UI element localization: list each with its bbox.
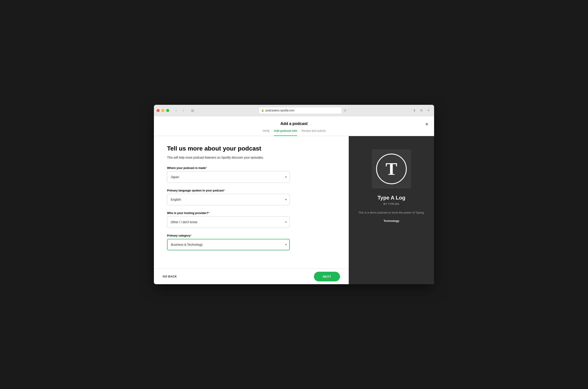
podcast-author: BY TYPLOG (383, 203, 399, 205)
browser-titlebar: ‹ › ▤ 🔒 podcasters.spotify.com ↺ (154, 105, 434, 116)
bottom-bar: GO BACK NEXT (154, 268, 349, 284)
country-required-star: * (206, 166, 207, 169)
podcast-artwork: T (372, 149, 411, 189)
sidebar-icon: ▤ (191, 109, 194, 112)
category-select-wrapper: Business & Technology Arts Comedy Educat… (167, 239, 290, 250)
country-select[interactable]: Japan United States United Kingdom (167, 171, 290, 183)
close-button[interactable]: ✕ (424, 121, 430, 127)
reload-icon: ↺ (344, 109, 346, 112)
country-select-wrapper: Japan United States United Kingdom ▾ (167, 171, 290, 183)
language-label: Primary language spoken in your podcast* (167, 189, 336, 192)
hosting-label: Who is your hosting provider?* (167, 211, 336, 215)
page-title: Add a podcast (158, 121, 430, 126)
duplicate-icon: ⧉ (420, 108, 422, 112)
close-icon: ✕ (425, 122, 428, 127)
podcast-name: Type A Log (378, 195, 405, 201)
hosting-required-star: * (208, 211, 209, 215)
breadcrumb-chevron-2: › (299, 130, 300, 132)
page-header: Add a podcast Verify › Add podcast info … (154, 116, 434, 136)
podcast-category: Technology (383, 219, 399, 223)
forward-icon: › (183, 108, 184, 112)
category-field-group: Primary category* Business & Technology … (167, 234, 336, 250)
back-icon: ‹ (175, 108, 177, 112)
back-button[interactable]: ‹ (173, 107, 179, 114)
language-required-star: * (224, 189, 225, 192)
fullscreen-traffic-light[interactable] (166, 109, 169, 112)
language-field-group: Primary language spoken in your podcast*… (167, 189, 336, 205)
hosting-select[interactable]: Other / I don't know Anchor Buzzsprout (167, 216, 290, 228)
breadcrumb-step2: Add podcast info (274, 129, 297, 136)
hosting-field-group: Who is your hosting provider?* Other / I… (167, 211, 336, 228)
podcast-description: This is a demo podcast to show the power… (358, 210, 425, 215)
category-required-star: * (190, 234, 191, 237)
address-bar[interactable]: 🔒 podcasters.spotify.com (259, 107, 342, 114)
next-button[interactable]: NEXT (314, 272, 340, 281)
traffic-lights (157, 109, 169, 112)
language-select-wrapper: English Japanese Spanish ▾ (167, 194, 290, 205)
duplicate-button[interactable]: ⧉ (418, 107, 424, 114)
breadcrumb-chevron-1: › (272, 130, 272, 132)
plus-icon: + (427, 108, 430, 113)
language-select[interactable]: English Japanese Spanish (167, 194, 290, 205)
reload-button[interactable]: ↺ (342, 107, 348, 114)
sidebar-button[interactable]: ▤ (189, 107, 196, 114)
toolbar-right: ⬆ ⧉ + (411, 107, 431, 114)
page-content: Add a podcast Verify › Add podcast info … (154, 116, 434, 284)
form-subheading: This will help more podcast listeners on… (167, 156, 336, 159)
main-layout: Tell us more about your podcast This wil… (154, 136, 434, 284)
share-button[interactable]: ⬆ (411, 107, 417, 114)
close-traffic-light[interactable] (157, 109, 160, 112)
forward-button[interactable]: › (180, 107, 186, 114)
url-text: podcasters.spotify.com (266, 109, 294, 112)
podcast-logo-circle: T (376, 154, 407, 184)
country-field-group: Where your podcast is made* Japan United… (167, 166, 336, 183)
nav-buttons: ‹ › (173, 107, 186, 114)
minimize-traffic-light[interactable] (161, 109, 164, 112)
preview-panel: T Type A Log BY TYPLOG This is a demo po… (349, 136, 434, 284)
category-select[interactable]: Business & Technology Arts Comedy Educat… (167, 239, 290, 250)
podcast-logo-letter: T (385, 160, 397, 178)
breadcrumb-step1: Verify (262, 129, 270, 132)
breadcrumb-step3: Review and submit (301, 129, 326, 132)
form-heading: Tell us more about your podcast (167, 145, 336, 152)
breadcrumb: Verify › Add podcast info › Review and s… (158, 129, 430, 136)
address-bar-wrap: 🔒 podcasters.spotify.com ↺ (198, 107, 409, 114)
go-back-button[interactable]: GO BACK (163, 275, 177, 278)
share-icon: ⬆ (413, 109, 416, 112)
form-panel: Tell us more about your podcast This wil… (154, 136, 349, 284)
country-label: Where your podcast is made* (167, 166, 336, 169)
new-tab-button[interactable]: + (425, 107, 431, 114)
category-label: Primary category* (167, 234, 336, 237)
lock-icon: 🔒 (261, 109, 264, 112)
hosting-select-wrapper: Other / I don't know Anchor Buzzsprout ▾ (167, 216, 290, 228)
